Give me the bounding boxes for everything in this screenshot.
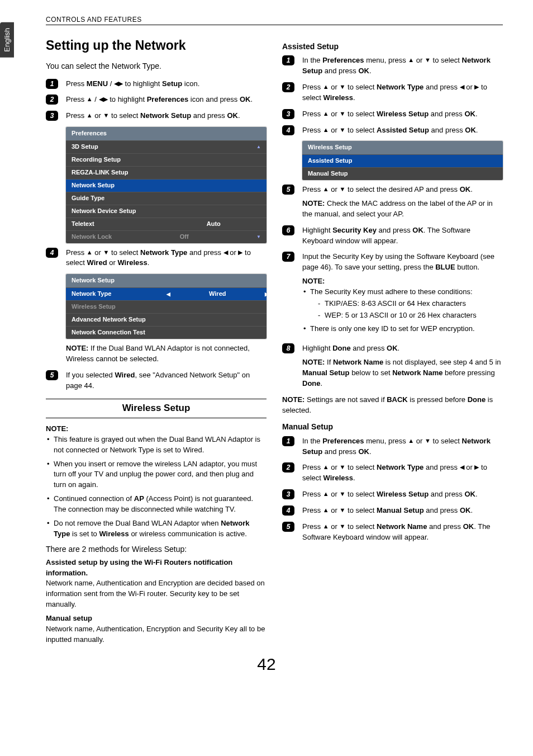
network-setup-menu: Network Setup Network Type◀Wired▶ Wirele… [66,274,266,339]
step-badge-1: 1 [46,79,58,89]
note-text: NOTE: If the Dual Band WLAN Adaptor is n… [66,343,266,365]
note-text: NOTE: If Network Name is not displayed, … [302,357,503,389]
step-badge-2: 2 [46,94,58,105]
step-badge-2: 2 [282,462,294,472]
sub-bullet-item: WEP: 5 or 13 ASCII or 10 or 26 Hex chara… [318,310,503,321]
wireless-setup-menu: Wireless Setup Assisted Setup Manual Set… [302,141,503,180]
manual-method-title: Manual setup [46,613,266,624]
step-badge-2: 2 [282,82,294,92]
right-step-m4: 4 Press ▲ or ▼ to select Manual Setup an… [282,505,503,516]
manual-setup-heading: Manual Setup [282,421,503,432]
right-step-a7: 7 Input the Security Key by using the So… [282,252,503,338]
step-badge-6: 6 [282,225,294,235]
methods-intro: There are 2 methods for Wireless Setup: [46,544,266,555]
sub-bullet-item: TKIP/AES: 8-63 ASCII or 64 Hex character… [318,299,503,309]
step-badge-3: 3 [282,489,294,499]
note-text: NOTE: Check the MAC address on the label… [302,199,503,220]
right-step-a1: 1 In the Preferences menu, press ▲ or ▼ … [282,55,503,77]
step-badge-1: 1 [282,436,294,446]
menu-row-disabled: Network LockOff▼ [66,230,266,243]
assisted-method-title: Assisted setup by using the Wi-Fi Router… [46,557,266,579]
note-label: NOTE: [302,276,503,287]
down-icon: ▼ [340,506,346,515]
menu-row: Guide Type [66,192,266,205]
step-badge-8: 8 [282,343,294,353]
down-icon: ▼ [340,185,346,194]
down-icon: ▼ [340,490,346,499]
left-step-5: 5 If you selected Wired, see "Advanced N… [46,370,266,391]
left-step-4: 4 Press ▲ or ▼ to select Network Type an… [46,248,266,269]
content-columns: Setting up the Network You can select th… [46,36,503,645]
left-icon: ◀ [460,463,464,472]
right-step-a5: 5 Press ▲ or ▼ to select the desired AP … [282,185,503,220]
bullet-item: Continued connection of AP (Access Point… [46,494,266,515]
note-bullets: The Security Key must adhere to these co… [302,287,503,334]
left-arrow-icon: ◀ [166,291,170,298]
up-icon: ▲ [87,111,93,120]
menu-row-selected: Network Setup [66,179,266,192]
step-badge-4: 4 [282,505,294,516]
menu-row: 3D Setup▲ [66,140,266,153]
sub-bullets: TKIP/AES: 8-63 ASCII or 64 Hex character… [310,299,503,321]
down-icon: ▼ [340,463,346,472]
left-icon: ◀ [223,248,228,257]
note-bullets: This feature is grayed out when the Dual… [46,434,266,540]
down-icon: ▼ [103,111,110,120]
left-step-1: 1 Press MENU / ◀▶ to highlight Setup ico… [46,79,266,89]
down-icon: ▼ [103,248,110,257]
menu-row: Network Device Setup [66,205,266,218]
right-step-m5: 5 Press ▲ or ▼ to select Network Name an… [282,522,503,543]
assisted-setup-heading: Assisted Setup [282,41,503,52]
right-step-a6: 6 Highlight Security Key and press OK. T… [282,225,503,247]
left-step-3: 3 Press ▲ or ▼ to select Network Setup a… [46,111,266,121]
menu-row: TeletextAuto [66,218,266,230]
assisted-method-body: Network name, Authentication and Encrypt… [46,578,266,610]
down-icon: ▼ [340,126,346,135]
step-badge-5: 5 [46,370,58,380]
up-icon: ▲ [323,126,329,135]
step-badge-4: 4 [46,248,58,258]
down-icon: ▼ [340,522,346,531]
right-step-m3: 3 Press ▲ or ▼ to select Wireless Setup … [282,489,503,500]
intro-text: You can select the Network Type. [46,60,266,72]
menu-row: REGZA-LINK Setup [66,166,266,179]
right-step-a2: 2 Press ▲ or ▼ to select Network Type an… [282,82,503,103]
right-step-m1: 1 In the Preferences menu, press ▲ or ▼ … [282,436,503,457]
right-step-a4: 4 Press ▲ or ▼ to select Assisted Setup … [282,125,503,136]
left-column: Setting up the Network You can select th… [46,36,266,645]
final-note: NOTE: Settings are not saved if BACK is … [282,395,503,416]
menu-row: Manual Setup [302,167,503,180]
bullet-item: When you insert or remove the wireless L… [46,459,266,491]
up-icon: ▲ [323,110,329,119]
menu-row-disabled: Wireless Setup [66,300,266,313]
section-header: CONTROLS AND FEATURES [46,16,503,25]
page-title: Setting up the Network [46,36,266,55]
menu-row-selected: Network Type◀Wired▶ [66,287,266,300]
step-badge-3: 3 [46,111,58,121]
menu-row: Advanced Network Setup [66,313,266,326]
menu-title: Network Setup [66,274,266,287]
menu-row: Network Connection Test [66,326,266,339]
step-badge-3: 3 [282,109,294,119]
bullet-item: There is only one key ID to set for WEP … [302,324,503,334]
left-icon: ◀ [460,83,464,92]
language-tab: English [0,22,14,58]
up-icon: ▲ [408,437,414,446]
bullet-item: The Security Key must adhere to these co… [302,287,503,321]
left-right-icon: ◀▶ [99,95,108,104]
scroll-down-icon: ▼ [256,234,261,240]
down-icon: ▼ [340,110,346,119]
manual-method-body: Network name, Authentication, Encryption… [46,624,266,645]
step-badge-1: 1 [282,55,294,65]
preferences-menu: Preferences 3D Setup▲ Recording Setup RE… [66,127,266,243]
up-icon: ▲ [408,56,414,65]
menu-row-selected: Assisted Setup [302,154,503,167]
bullet-item: Do not remove the Dual Band WLAN Adaptor… [46,518,266,540]
right-step-m2: 2 Press ▲ or ▼ to select Network Type an… [282,462,503,484]
step-badge-4: 4 [282,125,294,135]
right-column: Assisted Setup 1 In the Preferences menu… [282,36,503,645]
up-icon: ▲ [87,95,93,104]
menu-title: Preferences [66,127,266,140]
bullet-item: This feature is grayed out when the Dual… [46,434,266,456]
left-right-icon: ◀▶ [114,79,123,88]
